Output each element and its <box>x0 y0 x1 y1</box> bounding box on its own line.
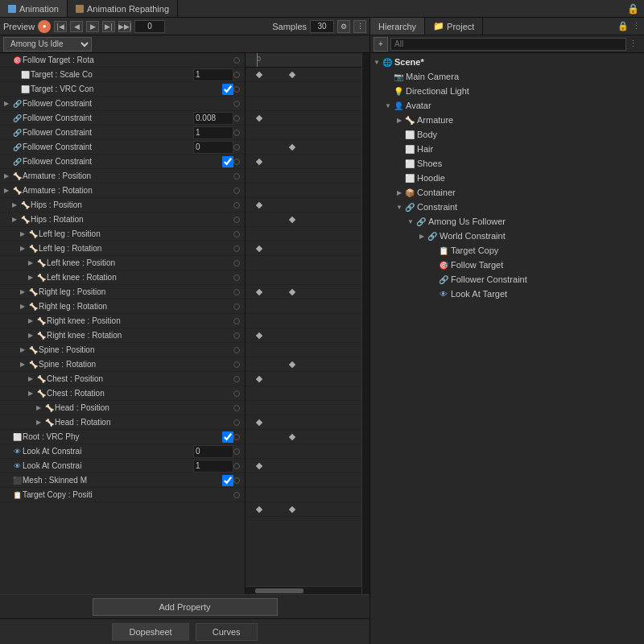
timeline-track-row[interactable] <box>246 357 361 372</box>
tree-item-among-us-follower[interactable]: ▼🔗Among Us Follower <box>370 214 644 229</box>
next-frame-button[interactable]: ▶| <box>102 21 115 32</box>
clip-select[interactable]: Among Us Idle <box>3 37 92 52</box>
tab-animation[interactable]: Animation <box>0 0 68 17</box>
keyframe-diamond[interactable] <box>256 376 262 382</box>
timeline-track-row[interactable] <box>246 198 361 213</box>
track-keyframe-dot[interactable] <box>233 434 240 440</box>
track-row[interactable]: ▶🦴Head : Position <box>0 401 245 415</box>
track-checkbox-input[interactable] <box>222 475 233 486</box>
keyframe-diamond[interactable] <box>289 72 295 78</box>
timeline-track-row[interactable] <box>246 473 361 488</box>
tab-repathing[interactable]: Animation Repathing <box>68 0 178 17</box>
timeline-track-row[interactable] <box>246 242 361 256</box>
track-keyframe-dot[interactable] <box>233 86 240 93</box>
time-input[interactable] <box>134 20 165 33</box>
track-keyframe-dot[interactable] <box>233 101 240 107</box>
track-row[interactable]: ▶🦴Hips : Rotation <box>0 213 245 227</box>
track-value-input[interactable] <box>193 445 233 458</box>
track-keyframe-dot[interactable] <box>233 231 240 237</box>
track-row[interactable]: ▶🔗Follower Constraint <box>0 97 245 111</box>
track-expand-arrow[interactable]: ▶ <box>18 343 27 357</box>
timeline-track-row[interactable] <box>246 314 361 328</box>
track-keyframe-dot[interactable] <box>233 448 240 455</box>
track-row[interactable]: ⬜Root : VRC Phy <box>0 430 245 444</box>
track-checkbox-input[interactable] <box>222 84 233 95</box>
track-keyframe-dot[interactable] <box>233 318 240 324</box>
timeline-track-row[interactable] <box>246 97 361 111</box>
timeline-track-row[interactable] <box>246 82 361 97</box>
timeline-track-row[interactable] <box>246 111 361 126</box>
keyframe-diamond[interactable] <box>289 434 295 440</box>
samples-input[interactable] <box>310 20 334 33</box>
timeline-vscroll[interactable] <box>361 53 369 594</box>
keyframe-diamond[interactable] <box>256 202 262 208</box>
timeline-track-row[interactable] <box>246 444 361 459</box>
timeline-scrollbar[interactable] <box>246 586 361 594</box>
track-row[interactable]: 🔗Follower Constraint <box>0 155 245 169</box>
tree-item-follower-constraint[interactable]: 🔗Follower Constraint <box>370 272 644 287</box>
keyframe-diamond[interactable] <box>289 289 295 295</box>
track-row[interactable]: ▶🦴Hips : Position <box>0 198 245 213</box>
tree-item-directional-light[interactable]: 💡Directional Light <box>370 84 644 98</box>
timeline-track-row[interactable] <box>246 372 361 386</box>
track-value-input[interactable] <box>193 460 233 473</box>
track-row[interactable]: 👁Look At Constrai <box>0 459 245 473</box>
tree-item-world-constraint[interactable]: ▶🔗World Constraint <box>370 229 644 243</box>
track-row[interactable]: ▶🦴Right leg : Position <box>0 285 245 299</box>
track-expand-arrow[interactable]: ▶ <box>34 415 43 430</box>
tree-item-hair[interactable]: ⬜Hair <box>370 142 644 156</box>
tab-curves[interactable]: Curves <box>196 623 258 641</box>
track-row[interactable]: 🔗Follower Constraint <box>0 140 245 155</box>
tree-item-follow-target[interactable]: 🎯Follow Target <box>370 258 644 272</box>
timeline-track-row[interactable] <box>246 140 361 155</box>
hierarchy-search-input[interactable] <box>390 38 626 51</box>
timeline-track-row[interactable] <box>246 126 361 140</box>
timeline-track-row[interactable] <box>246 415 361 430</box>
track-row[interactable]: 🔗Follower Constraint <box>0 126 245 140</box>
track-keyframe-dot[interactable] <box>233 159 240 165</box>
timeline-track-row[interactable] <box>246 401 361 415</box>
tab-project[interactable]: 📁 Project <box>425 18 483 35</box>
tree-item-look-at-target[interactable]: 👁Look At Target <box>370 287 644 301</box>
tree-item-avatar[interactable]: ▼👤Avatar <box>370 98 644 113</box>
keyframe-diamond[interactable] <box>289 361 295 368</box>
track-keyframe-dot[interactable] <box>233 57 240 64</box>
track-row[interactable]: ⬜Target : Scale Co <box>0 68 245 82</box>
track-keyframe-dot[interactable] <box>233 361 240 368</box>
track-row[interactable]: ▶🦴Left leg : Rotation <box>0 242 245 256</box>
timeline-track-row[interactable] <box>246 430 361 444</box>
tree-expand-icon[interactable]: ▶ <box>417 229 427 243</box>
prev-frame-button[interactable]: ◀ <box>70 21 83 32</box>
tree-expand-icon[interactable]: ▶ <box>394 185 404 200</box>
track-keyframe-dot[interactable] <box>233 130 240 136</box>
track-keyframe-dot[interactable] <box>233 275 240 281</box>
track-expand-arrow[interactable]: ▶ <box>10 213 19 227</box>
add-property-button[interactable]: Add Property <box>93 598 278 616</box>
tree-item-hoodie[interactable]: ⬜Hoodie <box>370 171 644 185</box>
timeline-track-row[interactable] <box>246 155 361 169</box>
tree-expand-icon[interactable]: ▼ <box>406 214 415 229</box>
track-keyframe-dot[interactable] <box>233 419 240 426</box>
track-keyframe-dot[interactable] <box>233 405 240 411</box>
timeline-track-row[interactable] <box>246 502 361 517</box>
settings-icon[interactable]: ⚙ <box>337 20 350 33</box>
keyframe-diamond[interactable] <box>256 115 262 122</box>
track-row[interactable]: ▶🦴Armature : Rotation <box>0 184 245 198</box>
timeline-track-row[interactable] <box>246 285 361 299</box>
track-value-input[interactable] <box>193 112 233 125</box>
timeline-track-row[interactable] <box>246 459 361 473</box>
tree-item-armature[interactable]: ▶🦴Armature <box>370 113 644 127</box>
timeline-track-row[interactable] <box>246 386 361 401</box>
skip-forward-button[interactable]: ▶▶| <box>118 21 131 32</box>
keyframe-diamond[interactable] <box>289 217 295 223</box>
track-keyframe-dot[interactable] <box>233 246 240 252</box>
track-row[interactable]: 📋Target Copy : Positi <box>0 488 245 502</box>
timeline-track-row[interactable] <box>246 256 361 270</box>
track-row[interactable]: ▶🦴Spine : Rotation <box>0 357 245 372</box>
keyframe-diamond[interactable] <box>256 246 262 252</box>
track-expand-arrow[interactable]: ▶ <box>18 299 27 314</box>
play-button[interactable]: ▶ <box>86 21 99 32</box>
track-expand-arrow[interactable]: ▶ <box>26 386 35 401</box>
track-row[interactable]: ▶🦴Left knee : Rotation <box>0 270 245 285</box>
track-value-input[interactable] <box>193 126 233 139</box>
